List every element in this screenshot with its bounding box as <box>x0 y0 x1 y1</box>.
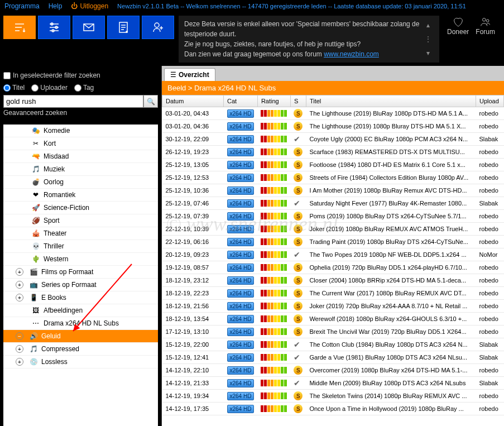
col-upload[interactable]: Upload <box>476 95 504 107</box>
tree-item[interactable]: +📺Series op Formaat <box>3 279 158 291</box>
doneer-button[interactable]: Doneer <box>447 16 469 36</box>
category-icon: ❤ <box>31 190 40 199</box>
advanced-search-link[interactable]: Geavanceerd zoeken <box>3 108 158 118</box>
table-row[interactable]: 22-12-19, 06:16x264 HDSTrading Paint (20… <box>162 236 504 248</box>
tree-item[interactable]: ❤Romantiek <box>3 189 158 202</box>
expand-icon[interactable]: − <box>16 332 23 340</box>
tree-item[interactable]: 🖼Afbeeldingen <box>3 304 158 317</box>
table-row[interactable]: 18-12-19, 23:12x264 HDSCloser (2004) 108… <box>162 274 504 287</box>
cell-s: S <box>290 146 306 159</box>
radio-uploader[interactable]: Uploader <box>31 84 68 92</box>
expand-icon[interactable]: + <box>16 358 23 366</box>
menu-help[interactable]: Help <box>49 2 63 10</box>
cell-upload: robedo <box>476 313 504 326</box>
users-button[interactable] <box>142 16 174 39</box>
tree-item-label: Oorlog <box>44 178 64 186</box>
tree-item[interactable]: 🏈Sport <box>3 214 158 227</box>
table-row[interactable]: 03-01-20, 04:43x264 HDSThe Lighthouse (2… <box>162 107 504 120</box>
table-row[interactable]: 19-12-19, 08:57x264 HDSOphelia (2019) 72… <box>162 261 504 274</box>
category-icon: 💀 <box>31 242 40 251</box>
tree-item[interactable]: ✂Kort <box>3 137 158 150</box>
cell-titel: The Cotton Club (1984) BluRay 1080p DTS … <box>306 338 476 351</box>
table-row[interactable]: 14-12-19, 19:34x264 HDSThe Skeleton Twin… <box>162 390 504 403</box>
tree-item[interactable]: 🚀Science-Fiction <box>3 202 158 214</box>
tree-item[interactable]: 🎵Muziek <box>3 163 158 176</box>
col-datum[interactable]: Datum <box>162 95 224 107</box>
table-row[interactable]: 18-12-19, 22:23x264 HDSThe Current War (… <box>162 287 504 300</box>
tree-item[interactable]: 🎪Theater <box>3 227 158 240</box>
tree-item[interactable]: +🎵Compressed <box>3 343 158 356</box>
cell-upload: robedo <box>476 390 504 403</box>
category-icon: ✂ <box>31 139 40 148</box>
cell-datum: 25-12-19, 13:05 <box>162 159 224 171</box>
tree-item[interactable]: +🎬Films op Formaat <box>3 266 158 279</box>
search-input[interactable] <box>3 95 143 108</box>
menu-programma[interactable]: Programma <box>4 2 40 10</box>
col-cat[interactable]: Cat <box>224 95 258 107</box>
expand-icon[interactable]: + <box>16 294 23 301</box>
cell-upload: Slabak <box>476 338 504 351</box>
cell-datum: 03-01-20, 04:36 <box>162 120 224 133</box>
table-row[interactable]: 03-01-20, 04:36x264 HDSThe Lighthouse (2… <box>162 120 504 133</box>
col-titel[interactable]: Titel <box>306 95 476 107</box>
radio-tag[interactable]: Tag <box>74 84 94 92</box>
settings-button[interactable] <box>38 16 70 39</box>
search-button[interactable]: 🔍 <box>143 95 158 108</box>
table-row[interactable]: 14-12-19, 17:35x264 HDSOnce Upon a Time … <box>162 403 504 415</box>
tree-item[interactable]: +💿Lossless <box>3 356 158 368</box>
cell-s: ✔ <box>290 351 306 364</box>
spot-icon: S <box>294 314 303 323</box>
tree-item[interactable]: 🎭Komedie <box>3 125 158 137</box>
cell-upload: robedo <box>476 159 504 171</box>
table-row[interactable]: 15-12-19, 12:41x264 HD✔Garde a Vue (1981… <box>162 351 504 364</box>
table-row[interactable]: 22-12-19, 10:39x264 HDSJoker (2019) 1080… <box>162 223 504 236</box>
tree-item[interactable]: −🔊Geluid <box>3 330 158 343</box>
expand-icon[interactable]: + <box>16 281 23 289</box>
table-row[interactable]: 17-12-19, 13:10x264 HDSBrexit The Uncivi… <box>162 326 504 338</box>
svg-point-7 <box>486 20 489 22</box>
table-row[interactable]: 14-12-19, 22:10x264 HDSOvercomer (2019) … <box>162 364 504 377</box>
table-row[interactable]: 25-12-19, 07:46x264 HD✔Saturday Night Fe… <box>162 197 504 210</box>
table-row[interactable]: 15-12-19, 22:00x264 HD✔The Cotton Club (… <box>162 338 504 351</box>
expand-icon[interactable]: + <box>16 345 23 353</box>
list-icon: ☰ <box>170 71 176 79</box>
table-row[interactable]: 14-12-19, 21:33x264 HD✔Middle Men (2009)… <box>162 377 504 390</box>
expand-icon[interactable]: + <box>16 268 23 276</box>
cell-s: ✔ <box>290 338 306 351</box>
table-row[interactable]: 25-12-19, 12:53x264 HDSStreets of Fire (… <box>162 171 504 184</box>
table-row[interactable]: 30-12-19, 22:09x264 HD✔Coyote Ugly (2000… <box>162 133 504 146</box>
table-row[interactable]: 25-12-19, 07:39x264 HDSPoms (2019) 1080p… <box>162 210 504 223</box>
cell-upload: robedo <box>476 146 504 159</box>
filter-checkbox[interactable] <box>3 72 11 79</box>
tree-item[interactable]: 💣Oorlog <box>3 176 158 189</box>
col-s[interactable]: S <box>290 95 306 107</box>
menu-uitloggen[interactable]: ⏻ Uitloggen <box>71 2 108 10</box>
tree-item[interactable]: +📱E Books <box>3 291 158 304</box>
cell-s: S <box>290 210 306 223</box>
tree-item[interactable]: 🌵Western <box>3 253 158 266</box>
cell-upload: Slabak <box>476 197 504 210</box>
spot-icon: S <box>294 173 303 182</box>
table-row[interactable]: 25-12-19, 10:36x264 HDSI Am Mother (2019… <box>162 184 504 197</box>
tree-item[interactable]: ⋯Drama x264 HD NL Subs <box>3 317 158 330</box>
mail-button[interactable] <box>73 16 105 39</box>
cell-upload: robedo <box>476 261 504 274</box>
new-post-button[interactable] <box>107 16 140 39</box>
col-rating[interactable]: Rating <box>257 95 290 107</box>
table-row[interactable]: 18-12-19, 21:56x264 HDSJoker (2019) 720p… <box>162 300 504 313</box>
table-row[interactable]: 26-12-19, 19:23x264 HDSScarface (1983) R… <box>162 146 504 159</box>
table-row[interactable]: 18-12-19, 13:54x264 HDSWerewolf (2018) 1… <box>162 313 504 326</box>
tree-item[interactable]: 🔫Misdaad <box>3 150 158 163</box>
scroll-indicator[interactable]: ▴⋮▾ <box>423 19 434 59</box>
tab-overzicht[interactable]: ☰Overzicht <box>164 68 215 81</box>
tree-item[interactable]: 💀Thriller <box>3 240 158 253</box>
category-icon: 🖼 <box>31 306 40 315</box>
radio-titel[interactable]: Titel <box>3 84 25 92</box>
cell-s: S <box>290 120 306 133</box>
table-row[interactable]: 20-12-19, 09:23x264 HD✔The Two Popes 201… <box>162 248 504 261</box>
table-row[interactable]: 25-12-19, 13:05x264 HDSFootloose (1984) … <box>162 159 504 171</box>
cell-titel: Joker (2019) 720p BluRay x264-AAA 8.7/10… <box>306 300 476 313</box>
sort-button[interactable] <box>3 16 36 39</box>
forum-link[interactable]: www.newzbin.com <box>324 50 379 58</box>
forum-button[interactable]: Forum <box>476 16 495 36</box>
